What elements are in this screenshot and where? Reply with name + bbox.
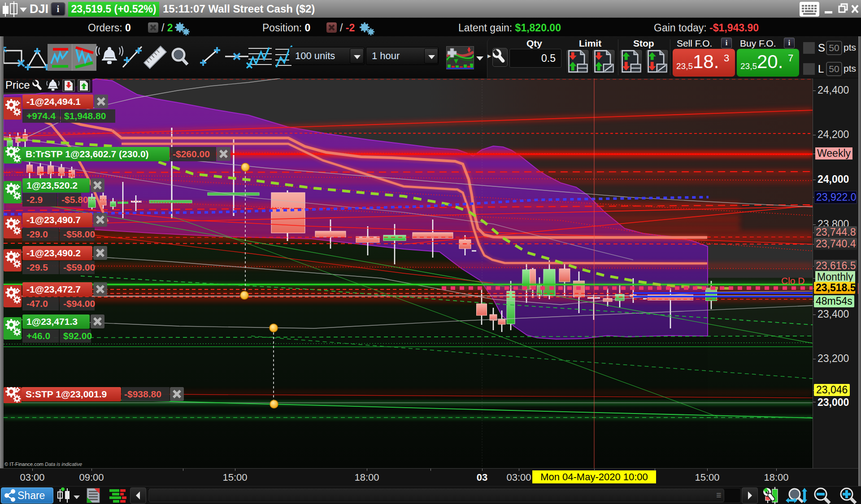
- svg-text:Clo D: Clo D: [781, 276, 805, 286]
